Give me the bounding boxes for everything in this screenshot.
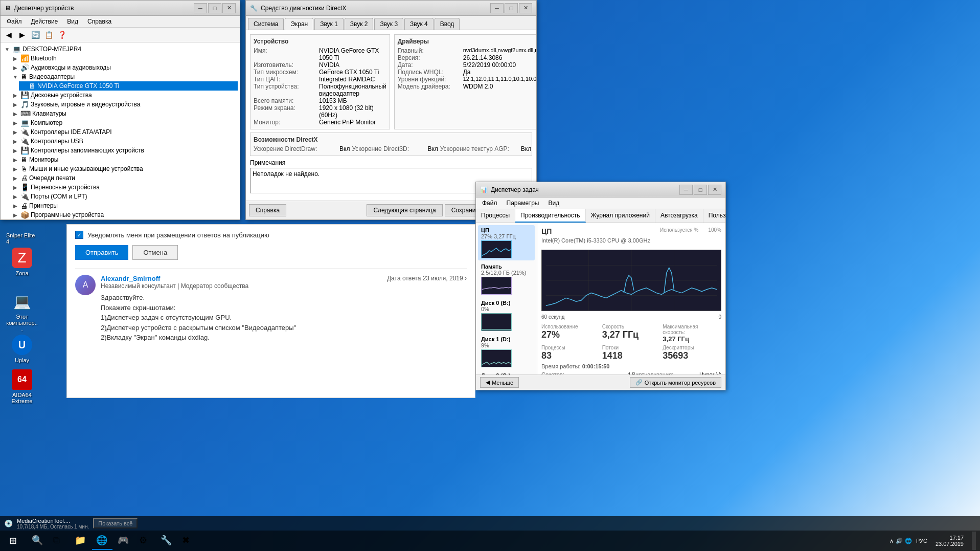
expand-computer[interactable]: ▼ [4, 46, 11, 53]
taskbar: ⊞ 🔍 ⧉ 📁 🌐 🎮 ⚙ 🔧 ✖ [0, 531, 980, 551]
tab-zvuk3[interactable]: Звук 3 [374, 18, 403, 30]
dx-minimize[interactable]: ─ [490, 3, 504, 13]
tm-title: Диспетчер задач [491, 186, 539, 193]
tm-perf-memory[interactable]: Память 2,5/12,0 ГБ (21%) [478, 261, 535, 297]
directx-title: Средство диагностики DirectX [261, 5, 346, 12]
tab-vvod[interactable]: Ввод [435, 18, 460, 30]
tm-maximize[interactable]: □ [694, 185, 707, 195]
dx-close[interactable]: ✕ [519, 3, 532, 13]
tree-printers[interactable]: ▶ 🖨 Принтеры [11, 201, 238, 210]
taskbar-unknown2[interactable]: ✖ [178, 532, 198, 550]
tm-tab-users[interactable]: Пользователи [703, 209, 725, 223]
tm-sidebar: ЦП 27% 3,27 ГГц Память 2,5/12,0 ГБ (21%) [476, 223, 537, 374]
tree-mice[interactable]: ▶ 🖱 Мыши и иные указывающие устройства [11, 164, 238, 173]
tm-tab-processes[interactable]: Процессы [476, 209, 515, 223]
forum-checkbox[interactable]: ✓ [75, 231, 83, 239]
tm-tabs: Процессы Производительность Журнал прило… [476, 209, 725, 223]
tm-minimize[interactable]: ─ [679, 185, 693, 195]
start-button[interactable]: ⊞ [0, 531, 26, 551]
forum-avatar: A [75, 275, 96, 295]
toolbar-help[interactable]: ❓ [56, 29, 68, 40]
tab-zvuk4[interactable]: Звук 4 [404, 18, 434, 30]
tm-tab-startup[interactable]: Автозагрузка [655, 209, 703, 223]
menu-action[interactable]: Действие [27, 17, 62, 26]
tab-ekran[interactable]: Экран [285, 18, 313, 30]
taskbar-clock[interactable]: 17:17 23.07.2019 [931, 535, 968, 547]
tm-perf-cpu[interactable]: ЦП 27% 3,27 ГГц [478, 225, 535, 260]
tree-keyboards[interactable]: ▶ ⌨ Клавиатуры [11, 109, 238, 118]
tree-print-queues[interactable]: ▶ 🖨 Очереди печати [11, 173, 238, 183]
tm-close[interactable]: ✕ [708, 185, 721, 195]
taskbar-task-view[interactable]: ⧉ [49, 532, 70, 550]
taskbar-right: ∧ 🔊 🌐 РУС 17:17 23.07.2019 [885, 532, 980, 550]
forum-submit-btn[interactable]: Отправить [75, 245, 128, 260]
tree-ports[interactable]: ▶ 🔌 Порты (COM и LPT) [11, 192, 238, 201]
taskbar-browser[interactable]: 🌐 [92, 532, 112, 550]
menu-view[interactable]: Вид [63, 17, 82, 26]
desktop-icon-aida64[interactable]: 64 AIDA64 Extreme [4, 367, 40, 406]
dx-help-btn[interactable]: Справка [249, 204, 286, 216]
tm-menu-params[interactable]: Параметры [503, 199, 543, 208]
tray-network-icon[interactable]: 🌐 [905, 538, 912, 544]
tm-menu-file[interactable]: Файл [478, 199, 502, 208]
desktop-icon-computer[interactable]: 💻 Этот компьютер... [4, 289, 40, 334]
tree-video-adapters[interactable]: ▼ 🖥 Видеоадаптеры [11, 72, 238, 81]
taskbar-search[interactable]: 🔍 [28, 532, 48, 550]
taskbar-settings[interactable]: ⚙ [135, 532, 155, 550]
tree-computer[interactable]: ▼ 💻 DESKTOP-M7EJPR4 [3, 45, 238, 54]
tree-ide[interactable]: ▶ 🔌 Контроллеры IDE ATA/ATAPI [11, 127, 238, 137]
tm-menu-view[interactable]: Вид [544, 199, 563, 208]
show-desktop-button[interactable] [972, 532, 976, 550]
tree-software-devices[interactable]: ▶ 📦 Программные устройства [11, 210, 238, 219]
forum-author[interactable]: Alexandr_Smirnoff [101, 275, 160, 282]
tm-perf-disk1[interactable]: Диск 1 (D:) 9% [478, 334, 535, 369]
forum-cancel-btn[interactable]: Отмена [132, 245, 178, 260]
dx-maximize[interactable]: □ [505, 3, 518, 13]
tab-sistema[interactable]: Система [248, 18, 284, 30]
tm-tab-app-history[interactable]: Журнал приложений [586, 209, 655, 223]
toolbar-properties[interactable]: 📋 [42, 29, 55, 40]
tree-computer-item[interactable]: ▶ 💻 Компьютер [11, 118, 238, 127]
tree-usb[interactable]: ▶ 🔌 Контроллеры USB [11, 137, 238, 146]
notification-bar: 💿 MediaCreationTool.... 10,7/18,4 МБ, Ос… [0, 516, 980, 531]
desktop-icon-uplay[interactable]: U Uplay [4, 333, 40, 365]
task-view-icon: ⧉ [53, 535, 60, 546]
tab-zvuk2[interactable]: Звук 2 [345, 18, 374, 30]
tm-titlebar: 📊 Диспетчер задач ─ □ ✕ [476, 182, 725, 197]
disk1-mini-graph [481, 349, 512, 367]
desktop-icon-zona[interactable]: Z Zona [4, 246, 40, 278]
tree-monitors[interactable]: ▶ 🖥 Мониторы [11, 155, 238, 164]
tray-arrow[interactable]: ∧ [890, 538, 894, 544]
tm-monitor-btn[interactable]: 🔗 Открыть монитор ресурсов [630, 377, 721, 388]
tree-bluetooth[interactable]: ▶ 📶 Bluetooth [11, 54, 238, 63]
minimize-button[interactable]: ─ [194, 3, 207, 13]
monitor-icon: 🔗 [635, 379, 643, 386]
tm-perf-disk2[interactable]: Диск 2 (C:) 0% [478, 370, 535, 374]
tab-zvuk1[interactable]: Звук 1 [314, 18, 344, 30]
taskbar-unknown1[interactable]: 🔧 [156, 532, 177, 550]
tree-nvidia[interactable]: 🖥 NVIDIA GeForce GTX 1050 Ti [19, 81, 238, 91]
taskbar-steam[interactable]: 🎮 [113, 532, 134, 550]
device-manager-icon: 🖥 [5, 5, 11, 12]
tray-sound-icon[interactable]: 🔊 [896, 538, 903, 544]
disk0-mini-graph [481, 313, 512, 331]
tm-perf-disk0[interactable]: Диск 0 (B:) 0% [478, 298, 535, 333]
toolbar-refresh[interactable]: 🔄 [29, 29, 41, 40]
tree-disks[interactable]: ▶ 💾 Дисковые устройства [11, 91, 238, 100]
close-button[interactable]: ✕ [222, 3, 236, 13]
tree-storage-controllers[interactable]: ▶ 💾 Контроллеры запоминающих устройств [11, 146, 238, 155]
menu-file[interactable]: Файл [3, 17, 26, 26]
tree-sound-devices[interactable]: ▶ 🎵 Звуковые, игровые и видеоустройства [11, 100, 238, 109]
tree-audio[interactable]: ▶ 🔊 Аудиовходы и аудиовыходы [11, 63, 238, 72]
notif-show-btn[interactable]: Показать всё [93, 518, 138, 528]
taskbar-explorer[interactable]: 📁 [71, 532, 91, 550]
tm-less-btn[interactable]: ◀ Меньше [480, 377, 519, 388]
dx-next-btn[interactable]: Следующая страница [367, 204, 442, 216]
toolbar-forward[interactable]: ▶ [16, 29, 28, 40]
menu-help[interactable]: Справка [83, 17, 116, 26]
tree-portable[interactable]: ▶ 📱 Переносные устройства [11, 183, 238, 192]
tm-tab-performance[interactable]: Производительность [515, 209, 585, 223]
lang-indicator[interactable]: РУС [916, 538, 927, 544]
toolbar-back[interactable]: ◀ [3, 29, 15, 40]
maximize-button[interactable]: □ [208, 3, 221, 13]
